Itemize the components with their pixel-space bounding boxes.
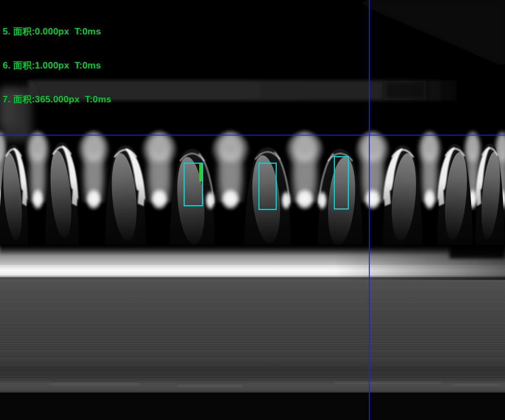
measurement-hud: 5. 面积:0.000px T:0ms 6. 面积:1.000px T:0ms … xyxy=(3,3,111,128)
camera-viewport[interactable]: 5. 面积:0.000px T:0ms 6. 面积:1.000px T:0ms … xyxy=(0,0,505,420)
measurement-line: 7. 面积:365.000px T:0ms xyxy=(3,94,111,105)
measurement-line: 5. 面积:0.000px T:0ms xyxy=(3,26,111,37)
measurement-line: 6. 面积:1.000px T:0ms xyxy=(3,60,111,71)
defect-highlight-mark xyxy=(199,164,202,181)
